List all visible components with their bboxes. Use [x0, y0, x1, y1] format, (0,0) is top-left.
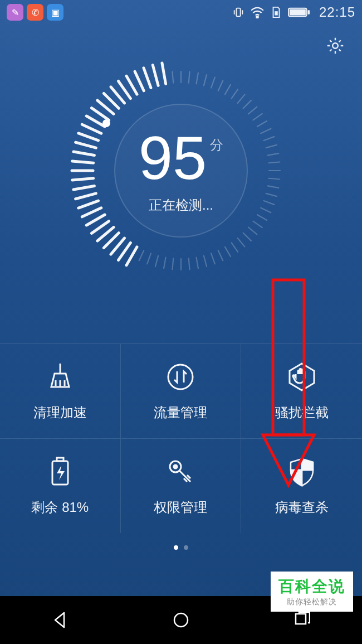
svg-line-65	[76, 142, 96, 148]
svg-line-38	[225, 247, 231, 256]
svg-line-76	[144, 68, 151, 88]
score-unit: 分	[210, 136, 223, 154]
svg-line-46	[164, 258, 165, 269]
status-right: 22:15	[232, 4, 355, 20]
svg-line-69	[91, 108, 109, 120]
svg-rect-2	[275, 11, 278, 15]
svg-line-57	[82, 208, 101, 217]
gear-icon	[325, 36, 345, 56]
svg-line-35	[243, 233, 251, 241]
block-hand-icon	[287, 361, 317, 393]
svg-line-20	[257, 121, 267, 127]
svg-line-34	[248, 227, 257, 235]
status-time: 22:15	[319, 4, 355, 20]
svg-line-45	[172, 258, 173, 269]
score-value: 95	[139, 127, 207, 188]
svg-line-33	[253, 221, 262, 227]
svg-line-58	[79, 201, 99, 208]
feature-traffic[interactable]: 流量管理	[121, 343, 242, 438]
svg-point-86	[174, 613, 188, 627]
svg-line-12	[211, 78, 215, 88]
vibrate-icon	[232, 6, 244, 18]
nav-back[interactable]	[43, 603, 77, 637]
svg-line-78	[162, 63, 166, 84]
svg-line-63	[72, 161, 94, 163]
svg-line-13	[218, 81, 223, 91]
feature-antivirus[interactable]: 病毒查杀	[241, 438, 362, 533]
app-header	[0, 25, 362, 57]
svg-rect-4	[290, 9, 306, 16]
feature-battery[interactable]: 剩余 81%	[0, 438, 121, 533]
svg-line-22	[263, 137, 274, 141]
svg-line-16	[238, 95, 245, 103]
svg-line-32	[257, 215, 267, 220]
svg-line-40	[211, 253, 215, 264]
svg-line-60	[74, 186, 94, 190]
svg-line-43	[189, 258, 190, 269]
svg-line-41	[204, 256, 207, 267]
notif-app-3: ▣	[47, 4, 63, 21]
svg-line-17	[243, 100, 251, 108]
svg-point-1	[256, 16, 258, 18]
feature-label: 剩余 81%	[31, 498, 89, 516]
svg-line-64	[74, 152, 94, 156]
svg-line-29	[266, 193, 277, 196]
key-icon	[165, 456, 195, 487]
svg-line-74	[126, 76, 137, 94]
svg-line-25	[268, 162, 280, 163]
svg-line-30	[263, 201, 274, 205]
battery-bolt-icon	[50, 456, 70, 487]
settings-button[interactable]	[324, 35, 346, 57]
svg-line-36	[238, 238, 245, 246]
svg-line-67	[82, 124, 101, 133]
svg-line-24	[268, 153, 279, 155]
svg-line-48	[147, 253, 151, 264]
svg-line-66	[79, 133, 99, 141]
feature-label: 清理加速	[33, 404, 87, 422]
svg-rect-0	[236, 8, 240, 17]
score-dial-area: 95 分 正在检测...	[0, 54, 362, 288]
svg-line-47	[155, 256, 158, 267]
svg-line-51	[119, 243, 131, 260]
watermark-sub: 助你轻松解决	[278, 597, 345, 607]
feature-block[interactable]: 骚扰拦截	[241, 343, 362, 438]
page-dot-0[interactable]	[174, 545, 178, 550]
broom-icon	[47, 361, 74, 393]
svg-line-55	[91, 221, 109, 234]
page-dot-1[interactable]	[184, 545, 188, 550]
svg-line-19	[253, 114, 262, 120]
svg-line-11	[204, 75, 207, 85]
svg-point-6	[332, 43, 338, 49]
feature-label: 权限管理	[154, 498, 207, 516]
svg-line-59	[76, 193, 96, 199]
score-dial[interactable]: 95 分 正在检测...	[64, 54, 298, 288]
feature-grid: 清理加速 流量管理 骚扰拦截 剩余 81% 权限管理 病毒查杀	[0, 343, 362, 533]
feature-label: 病毒查杀	[275, 498, 329, 516]
sim-icon	[270, 6, 282, 18]
svg-line-73	[119, 81, 131, 98]
feature-cleanup[interactable]: 清理加速	[0, 343, 121, 438]
svg-line-18	[248, 107, 257, 114]
notif-app-2: ✆	[27, 4, 43, 21]
svg-line-31	[261, 208, 271, 212]
svg-line-56	[86, 215, 105, 225]
svg-line-49	[139, 250, 144, 260]
nav-home[interactable]	[164, 603, 198, 637]
feature-permissions[interactable]: 权限管理	[121, 438, 242, 533]
svg-line-23	[266, 145, 277, 148]
shield-icon	[288, 456, 315, 487]
svg-line-10	[196, 73, 198, 84]
svg-line-68	[86, 116, 105, 127]
feature-label: 骚扰拦截	[275, 404, 329, 422]
notif-app-1: ✎	[7, 4, 23, 21]
svg-rect-5	[307, 10, 310, 14]
score-row: 95 分	[139, 127, 223, 188]
wifi-icon	[250, 6, 265, 18]
svg-line-37	[232, 243, 238, 251]
dial-center: 95 分 正在检测...	[114, 104, 248, 238]
scan-status: 正在检测...	[149, 196, 213, 214]
svg-line-9	[189, 72, 190, 83]
battery-icon	[288, 7, 310, 18]
status-left-apps: ✎ ✆ ▣	[7, 4, 63, 21]
watermark-title: 百科全说	[278, 576, 345, 597]
